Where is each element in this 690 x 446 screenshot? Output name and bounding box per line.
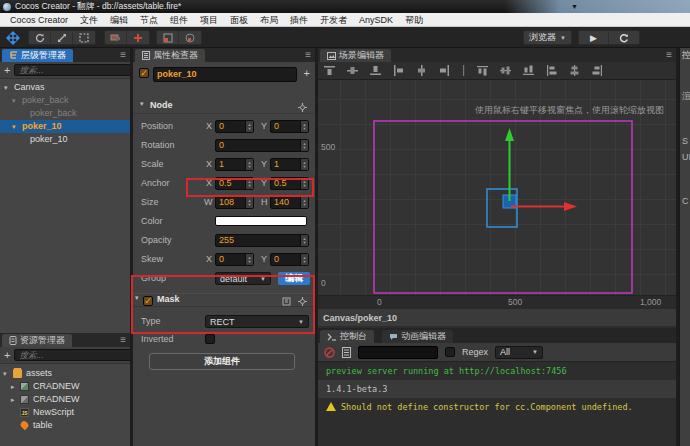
play-button[interactable]: ▶ xyxy=(579,31,609,44)
menu-project[interactable]: 项目 xyxy=(194,13,224,27)
hierarchy-search-input[interactable] xyxy=(14,64,130,76)
preview-target-dropdown[interactable]: 浏览器 ▼ xyxy=(523,30,572,45)
distribute-bottom-icon[interactable] xyxy=(523,65,534,76)
tab-hierarchy[interactable]: 层级管理器 xyxy=(2,49,73,62)
asset-row-table[interactable]: table xyxy=(0,419,130,432)
assets-menu-icon[interactable]: ≡ xyxy=(120,334,126,345)
expand-arrow-icon[interactable]: ▾ xyxy=(4,81,8,94)
tab-console[interactable]: 控制台 xyxy=(320,330,374,343)
tree-node-poker-10-child[interactable]: poker_10 xyxy=(0,133,130,146)
node-section-header[interactable]: ▾ Node xyxy=(133,100,315,114)
hierarchy-menu-icon[interactable]: ≡ xyxy=(120,49,126,60)
scale-x-field[interactable]: 1▲▼ xyxy=(215,158,254,171)
regex-checkbox[interactable] xyxy=(445,347,455,357)
menu-plugin[interactable]: 插件 xyxy=(284,13,314,27)
stepper[interactable]: ▲▼ xyxy=(245,178,253,189)
scale-y-field[interactable]: 1▲▼ xyxy=(270,158,309,171)
skew-x-field[interactable]: 0▲▼ xyxy=(215,253,254,266)
mask-inverted-checkbox[interactable] xyxy=(205,334,215,344)
expand-arrow-icon[interactable]: ▾ xyxy=(12,120,16,133)
stepper[interactable]: ▲▼ xyxy=(300,197,308,208)
scale-tool-button[interactable] xyxy=(51,31,73,44)
mask-enabled-checkbox[interactable]: ✓ xyxy=(143,296,153,306)
section-arrow-icon[interactable]: ▾ xyxy=(140,100,144,108)
menu-panel[interactable]: 面板 xyxy=(224,13,254,27)
position-y-field[interactable]: 0▲▼ xyxy=(270,120,309,133)
stepper[interactable]: ▲▼ xyxy=(245,197,253,208)
refresh-button[interactable] xyxy=(609,31,639,44)
group-dropdown[interactable]: default ▼ xyxy=(215,272,271,285)
anchor-y-field[interactable]: 0.5▲▼ xyxy=(270,177,309,190)
corner-anchor-alt-button[interactable] xyxy=(179,31,201,44)
align-vcenter-icon[interactable] xyxy=(347,65,358,76)
rect-tool-button[interactable] xyxy=(73,31,95,44)
collapse-arrow-icon[interactable]: ▸ xyxy=(11,393,15,406)
create-asset-button[interactable]: + xyxy=(4,349,10,361)
scene-viewport[interactable]: 使用鼠标右键平移视窗焦点，使用滚轮缩放视图 500 0 xyxy=(318,80,676,295)
distribute-top-icon[interactable] xyxy=(477,65,488,76)
asset-row-cradnew-2[interactable]: ▸ CRADNEW xyxy=(0,393,130,406)
stepper[interactable]: ▲▼ xyxy=(245,254,253,265)
align-bottom-icon[interactable] xyxy=(370,65,381,76)
distribute-vcenter-icon[interactable] xyxy=(500,65,511,76)
distribute-hcenter-icon[interactable] xyxy=(569,65,580,76)
anchor-x-field[interactable]: 0.5▲▼ xyxy=(215,177,254,190)
tab-assets[interactable]: 资源管理器 xyxy=(2,334,72,347)
menu-developer[interactable]: 开发者 xyxy=(314,13,353,27)
assets-search-input[interactable] xyxy=(14,349,130,361)
add-node-prop-button[interactable]: + xyxy=(304,67,310,79)
stepper[interactable]: ▲▼ xyxy=(300,140,308,151)
color-swatch[interactable] xyxy=(215,216,307,226)
asset-row-cradnew[interactable]: ▸ CRADNEW xyxy=(0,380,130,393)
mask-type-dropdown[interactable]: RECT ▼ xyxy=(205,315,309,328)
align-right-icon[interactable] xyxy=(439,65,450,76)
inspector-menu-icon[interactable]: ≡ xyxy=(305,49,311,60)
rotate-tool-button[interactable] xyxy=(29,31,51,44)
log-entry[interactable]: Should not define constructor for cc.Com… xyxy=(318,398,676,416)
collapse-arrow-icon[interactable]: ▸ xyxy=(11,380,15,393)
anchor-tool-button[interactable] xyxy=(105,31,127,44)
clear-log-icon[interactable] xyxy=(324,347,335,358)
corner-anchor-button[interactable] xyxy=(157,31,179,44)
gear-icon[interactable] xyxy=(298,297,307,306)
menu-node[interactable]: 节点 xyxy=(134,13,164,27)
menu-help[interactable]: 帮助 xyxy=(399,13,429,27)
position-x-field[interactable]: 0▲▼ xyxy=(215,120,254,133)
tree-node-canvas[interactable]: ▾ Canvas xyxy=(0,81,130,94)
menu-layout[interactable]: 布局 xyxy=(254,13,284,27)
size-h-field[interactable]: 140▲▼ xyxy=(270,196,309,209)
stepper[interactable]: ▲▼ xyxy=(300,254,308,265)
widget-strip-tab[interactable]: 控件 xyxy=(682,49,690,62)
menu-file[interactable]: 文件 xyxy=(74,13,104,27)
stepper[interactable]: ▲▼ xyxy=(300,235,308,246)
rotation-field[interactable]: 0▲▼ xyxy=(215,139,309,152)
node-active-checkbox[interactable]: ✓ xyxy=(139,68,149,78)
asset-row-assets[interactable]: ▾ assets xyxy=(0,367,130,380)
tab-inspector[interactable]: 属性检查器 xyxy=(135,49,205,62)
tree-node-poker-10[interactable]: ▾ poker_10 xyxy=(0,120,130,133)
tab-animation-editor[interactable]: 动画编辑器 xyxy=(382,330,453,343)
log-level-dropdown[interactable]: All ▼ xyxy=(495,346,543,359)
distribute-left-icon[interactable] xyxy=(546,65,557,76)
tree-node-poker-back-child[interactable]: poker_back xyxy=(0,107,130,120)
create-node-button[interactable]: + xyxy=(4,64,10,76)
add-component-button[interactable]: 添加组件 xyxy=(149,353,295,370)
menu-edit[interactable]: 编辑 xyxy=(104,13,134,27)
mask-section-header[interactable]: ▾ ✓ Mask xyxy=(133,293,315,307)
skew-y-field[interactable]: 0▲▼ xyxy=(270,253,309,266)
stepper[interactable]: ▲▼ xyxy=(245,159,253,170)
anchor-add-button[interactable] xyxy=(127,31,149,44)
help-doc-icon[interactable] xyxy=(282,297,291,306)
expand-arrow-icon[interactable]: ▾ xyxy=(12,94,16,107)
asset-row-newscript[interactable]: JS NewScript xyxy=(0,406,130,419)
scene-menu-icon[interactable]: ≡ xyxy=(666,49,672,60)
gear-icon[interactable] xyxy=(298,103,307,112)
menu-cocos-creator[interactable]: Cocos Creator xyxy=(4,13,74,27)
open-log-file-icon[interactable] xyxy=(342,347,351,358)
align-top-icon[interactable] xyxy=(324,65,335,76)
menu-anysdk[interactable]: AnySDK xyxy=(353,13,399,27)
log-entry[interactable]: preview server running at http://localho… xyxy=(318,362,676,380)
tree-node-poker-back[interactable]: ▾ poker_back xyxy=(0,94,130,107)
distribute-right-icon[interactable] xyxy=(592,65,603,76)
stepper[interactable]: ▲▼ xyxy=(245,121,253,132)
